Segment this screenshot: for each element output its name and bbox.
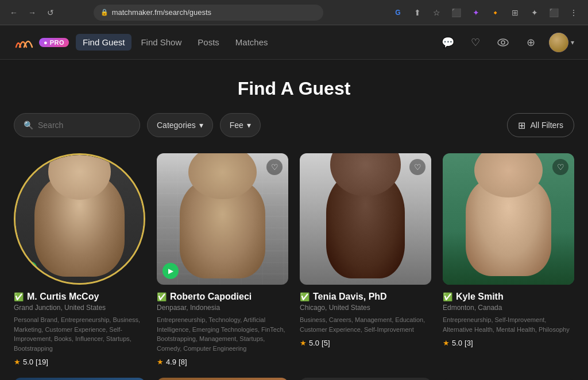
avatar[interactable]	[549, 33, 568, 52]
filters-bar: 🔍 Categories ▾ Fee ▾ ⊞ All Filters	[14, 113, 574, 137]
ext-button3[interactable]: ✦	[527, 5, 542, 20]
rating-value-1: 5.0	[23, 358, 33, 366]
guest-card-mcurtis[interactable]: ▶ ✅ M. Curtis McCoy Grand Junction, Unit…	[14, 153, 145, 366]
play-button-2[interactable]: ▶	[163, 263, 179, 279]
favorite-button-3[interactable]: ♡	[409, 159, 425, 175]
rating-count-3: [5]	[322, 339, 330, 347]
rating-value-3: 5.0	[309, 339, 319, 347]
card-location-4: Edmonton, Canada	[443, 304, 574, 312]
guest-card-roberto[interactable]: ♡ ▶ ✅ Roberto Capodieci Denpasar, Indone…	[157, 153, 288, 366]
main-content: Find A Guest 🔍 Categories ▾ Fee ▾ ⊞ All …	[0, 60, 588, 380]
person-silhouette-1	[34, 174, 124, 276]
favorite-button-2[interactable]: ♡	[266, 159, 283, 175]
rating-count-2: [8]	[179, 358, 187, 366]
card-name-4: ✅ Kyle Smith	[443, 292, 574, 302]
alert-icon-button[interactable]: ⊕	[521, 33, 540, 52]
filter-icon: ⊞	[518, 120, 525, 131]
card-location-3: Chicago, United States	[300, 304, 431, 312]
ext-button2[interactable]: ⊞	[508, 5, 523, 20]
avatar-image	[549, 33, 568, 52]
verified-icon-1: ✅	[14, 292, 24, 301]
card-name-1: ✅ M. Curtis McCoy	[14, 292, 145, 302]
all-filters-button[interactable]: ⊞ All Filters	[507, 113, 574, 137]
logo: ● PRO	[14, 34, 69, 51]
play-button-1[interactable]: ▶	[21, 261, 37, 277]
lock-icon: 🔒	[100, 9, 109, 16]
all-filters-label: All Filters	[530, 121, 563, 130]
card-location-1: Grand Junction, United States	[14, 304, 145, 312]
card-image-wrapper-2: ♡ ▶	[157, 153, 288, 285]
person-silhouette-3	[326, 173, 405, 278]
star-icon-4: ★	[443, 339, 450, 347]
fee-label: Fee	[230, 121, 243, 130]
guest-card-tenia[interactable]: ♡ ✅ Tenia Davis, PhD Chicago, United Sta…	[300, 153, 431, 366]
guest-card-kyle[interactable]: ♡ ✅ Kyle Smith Edmonton, Canada Entrepre…	[443, 153, 574, 366]
menu-button[interactable]: ⋮	[566, 5, 581, 20]
rating-value-2: 4.9	[166, 358, 176, 366]
search-input[interactable]	[38, 121, 130, 130]
google-icon[interactable]: G	[390, 5, 405, 20]
bottom-card-1[interactable]	[14, 378, 145, 380]
rating-count-1: [19]	[36, 358, 48, 366]
card-name-2: ✅ Roberto Capodieci	[157, 292, 288, 302]
profile-button[interactable]: ⬛	[547, 5, 562, 20]
back-button[interactable]: ←	[7, 6, 21, 20]
card-location-2: Denpasar, Indonesia	[157, 304, 288, 312]
bottom-card-4[interactable]	[443, 378, 574, 380]
search-icon: 🔍	[24, 121, 33, 130]
bottom-card-2[interactable]	[157, 378, 288, 380]
star-icon-3: ★	[300, 339, 307, 347]
svg-point-0	[498, 39, 508, 46]
share-button[interactable]: ⬆	[410, 5, 425, 20]
main-nav: Find Guest Find Show Posts Matches	[76, 34, 274, 51]
card-image-wrapper-1: ▶	[14, 153, 145, 285]
bookmark-button[interactable]: ☆	[430, 5, 444, 20]
person-silhouette-4	[466, 177, 551, 276]
guest-grid: ▶ ✅ M. Curtis McCoy Grand Junction, Unit…	[14, 153, 574, 366]
card-name-3: ✅ Tenia Davis, PhD	[300, 292, 431, 302]
card-rating-3: ★ 5.0 [5]	[300, 339, 431, 347]
categories-chevron-icon: ▾	[199, 121, 203, 130]
ext-button1[interactable]: 🔸	[488, 5, 503, 20]
card-tags-2: Entrepreneurship, Technology, Artificial…	[157, 315, 288, 353]
card-tags-1: Personal Brand, Entrepreneurship, Busine…	[14, 315, 145, 353]
bottom-row	[14, 378, 574, 380]
logo-icon	[14, 34, 34, 51]
pro-badge: ● PRO	[39, 38, 69, 47]
card-image-wrapper-4: ♡	[443, 153, 574, 285]
card-rating-2: ★ 4.9 [8]	[157, 358, 288, 366]
favorite-button-4[interactable]: ♡	[552, 159, 568, 175]
verified-icon-4: ✅	[443, 292, 452, 301]
fee-dropdown[interactable]: Fee ▾	[220, 113, 261, 137]
head-4	[474, 153, 543, 197]
head-1	[48, 155, 111, 200]
url-text: matchmaker.fm/search/guests	[112, 8, 211, 17]
rainbow-button[interactable]: ✦	[469, 5, 483, 20]
card-tags-3: Business, Careers, Management, Education…	[300, 315, 431, 334]
nav-posts[interactable]: Posts	[191, 34, 226, 51]
verified-icon-2: ✅	[157, 292, 167, 301]
heart-icon-button[interactable]: ♡	[466, 33, 485, 52]
nav-matches[interactable]: Matches	[229, 34, 275, 51]
site-header: ● PRO Find Guest Find Show Posts Matches…	[0, 25, 588, 60]
nav-find-guest[interactable]: Find Guest	[76, 34, 131, 51]
browser-chrome: ← → ↺ 🔒 matchmaker.fm/search/guests G ⬆ …	[0, 0, 588, 25]
rating-count-4: [3]	[465, 339, 473, 347]
search-box[interactable]: 🔍	[14, 113, 140, 137]
reload-button[interactable]: ↺	[44, 6, 57, 20]
fee-chevron-icon: ▾	[247, 121, 251, 130]
head-3	[330, 153, 401, 196]
forward-button[interactable]: →	[25, 6, 39, 20]
nav-find-show[interactable]: Find Show	[134, 34, 188, 51]
color-button[interactable]: ⬛	[449, 5, 464, 20]
bottom-card-3[interactable]	[300, 378, 431, 380]
chat-icon-button[interactable]: 💬	[439, 33, 457, 52]
address-bar[interactable]: 🔒 matchmaker.fm/search/guests	[94, 5, 323, 21]
user-menu[interactable]: ▾	[549, 33, 574, 52]
rating-value-4: 5.0	[452, 339, 462, 347]
browser-actions: G ⬆ ☆ ⬛ ✦ 🔸 ⊞ ✦ ⬛ ⋮	[390, 5, 581, 20]
verified-icon-3: ✅	[300, 292, 310, 301]
categories-dropdown[interactable]: Categories ▾	[147, 113, 213, 137]
eye-icon-button[interactable]	[494, 33, 512, 52]
chevron-down-icon: ▾	[571, 38, 574, 46]
